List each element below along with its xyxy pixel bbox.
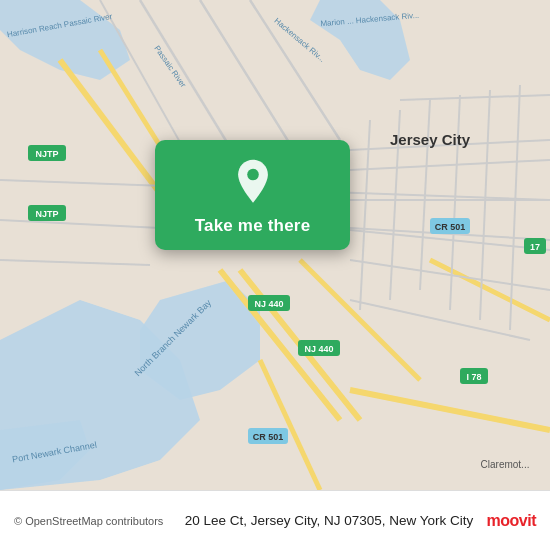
svg-text:Claremot...: Claremot... [481, 459, 530, 470]
svg-text:CR 501: CR 501 [435, 222, 466, 232]
bottom-bar: © OpenStreetMap contributors 20 Lee Ct, … [0, 490, 550, 550]
svg-text:17: 17 [530, 242, 540, 252]
svg-text:NJ 440: NJ 440 [304, 344, 333, 354]
take-me-there-card[interactable]: Take me there [155, 140, 350, 250]
svg-text:NJTP: NJTP [35, 209, 58, 219]
map-view[interactable]: NJTP NJTP NJ 440 NJ 440 CR 501 CR 501 I … [0, 0, 550, 490]
svg-text:NJTP: NJTP [35, 149, 58, 159]
svg-text:Jersey City: Jersey City [390, 131, 471, 148]
map-pin-icon [229, 158, 277, 206]
address-text: 20 Lee Ct, Jersey City, NJ 07305, New Yo… [172, 513, 487, 528]
osm-attribution: © OpenStreetMap contributors [14, 515, 172, 527]
svg-point-60 [247, 169, 259, 181]
svg-text:CR 501: CR 501 [253, 432, 284, 442]
svg-text:NJ 440: NJ 440 [254, 299, 283, 309]
svg-text:I 78: I 78 [466, 372, 481, 382]
moovit-brand-text: moovit [487, 512, 536, 530]
take-me-there-label: Take me there [195, 216, 311, 236]
moovit-logo: moovit [487, 512, 536, 530]
